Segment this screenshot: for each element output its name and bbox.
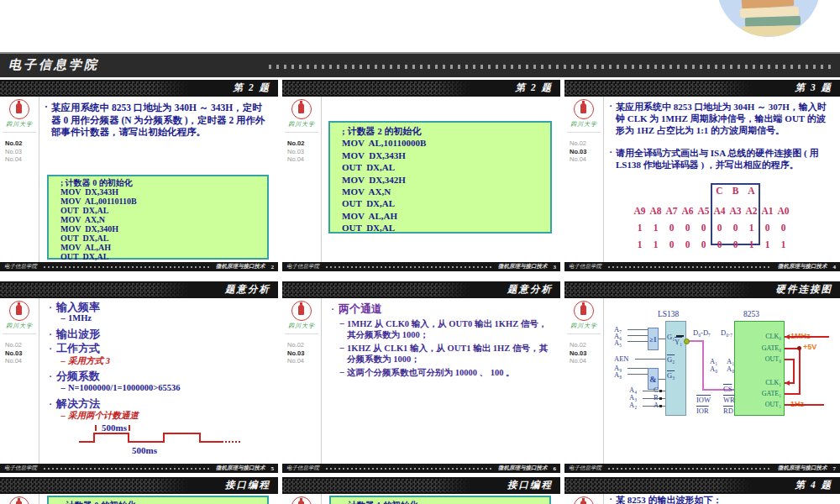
slide-footer: 电子信息学院 微机原理与接口技术 6 [282, 464, 560, 473]
bullet-icon: · [45, 302, 56, 312]
sidebar-item-no04: No.04 [282, 155, 321, 164]
slide-thumbnail-8[interactable]: 接口编程 四川大学 ; 计数器 1 的初始化 [282, 477, 560, 504]
page-number: 7 [833, 465, 837, 472]
university-name: 四川大学 [282, 120, 321, 129]
slide-thumbnail-2[interactable]: 第 2 题 四川大学 No.02 No.03 No.04 ; 计数器 2 的初始… [282, 80, 560, 271]
list-item: 解决方法 [56, 397, 100, 410]
addr-a0-label: A₀ [710, 365, 717, 373]
list-item: 输入频率 [56, 301, 100, 313]
tick-mark [95, 425, 97, 431]
dash-icon: – [337, 318, 347, 341]
pin-out1: OUT₁ [738, 401, 781, 408]
code-line: MOV AX,N [60, 215, 267, 224]
pin-gate0: GATE₀ [738, 344, 781, 352]
slide-title: 硬件连接图 [776, 283, 833, 296]
table-cell: 1 [632, 239, 648, 249]
page-number: 6 [554, 465, 557, 472]
book-icon [742, 25, 795, 36]
slide-header: 第 3 题 [564, 80, 840, 97]
footer-dots-decoration [608, 468, 771, 470]
university-name: 四川大学 [0, 322, 39, 330]
table-cell: 1 [743, 223, 759, 233]
signal-a8: A₈ [614, 370, 622, 379]
question-text: 请用全译码方式画出与 ISA 总线的硬件连接图 ( 用 LS138 作地址译码器… [616, 147, 834, 171]
slide-header: 接口编程 [0, 477, 278, 494]
footer-course: 微机原理与接口技术 [498, 263, 548, 270]
dash-icon: – [58, 313, 68, 323]
decoder-input-a: A [654, 401, 659, 409]
tick-mark [129, 425, 130, 431]
slide-title: 题意分析 [507, 283, 553, 296]
page-number: 4 [833, 264, 837, 270]
university-seal-icon [574, 99, 594, 119]
junction-dot [684, 339, 690, 344]
sidebar-item-no02: No.02 [564, 341, 603, 349]
slide-thumbnail-4[interactable]: 题意分析 四川大学 No.02 No.03 No.04 ·输入频率 –1MHz … [0, 281, 278, 473]
slide-footer: 电子信息学院 微机原理与接口技术 2 [0, 262, 278, 271]
university-name: 四川大学 [0, 120, 39, 129]
table-cell: 0 [680, 223, 696, 233]
university-seal-icon [291, 496, 312, 504]
slide-sidebar: 四川大学 No.02 No.03 No.04 [282, 298, 322, 464]
code-box: ; 计数器 0 的初始化 [47, 496, 269, 504]
code-line: MOV AL,AH [342, 210, 550, 222]
bullet-icon: · [606, 494, 616, 504]
sidebar-item-no03: No.03 [282, 349, 321, 358]
books-badge-icon [717, 0, 821, 37]
chip-data-pin: D₀.₇ [721, 328, 732, 337]
table-cell: A4 [711, 206, 727, 216]
code-line: OUT DX,AL [342, 161, 550, 173]
list-item: 1KHZ 从 CLK1 输入，从 OUT1 输出 1HZ 信号，其分频系数为 1… [347, 343, 552, 365]
sidebar-item-no02: No.02 [0, 341, 39, 349]
chip-cs-pin: CS [723, 385, 732, 393]
table-cell: 0 [711, 239, 727, 249]
code-line: ; 计数器 0 的初始化 [60, 500, 267, 504]
code-box: ; 计数器 0 的初始化 MOV DX,343H MOV AL,00110110… [47, 175, 269, 260]
slide-thumbnail-5[interactable]: 题意分析 四川大学 No.02 No.03 No.04 ·两个通道 – 1MHZ… [282, 281, 560, 473]
page-number: 2 [271, 264, 275, 270]
slide-thumbnail-6[interactable]: 硬件连接图 四川大学 No.02 No.03 No.04 LS138 8253 … [564, 281, 840, 473]
code-line: MOV DX,343H [60, 187, 267, 197]
footer-course: 微机原理与接口技术 [498, 465, 548, 472]
slide-thumbnail-9[interactable]: 第 4 题 四川大学 · 某 8253 的输出波形如下： [564, 477, 840, 504]
code-line: MOV AL,10110000B [342, 137, 550, 149]
pin-g2: G₂ [667, 355, 675, 364]
footer-school: 电子信息学院 [4, 465, 37, 472]
table-cell: 0 [680, 239, 696, 249]
slide-thumbnail-3[interactable]: 第 3 题 四川大学 No.02 No.03 No.04 · 某应用系统中 82… [564, 80, 840, 271]
chip-wr-pin: WR [723, 396, 735, 404]
address-decode-table: CBA A9A8A7A6A5A4A3A2A1A0 1100000100 1100… [632, 183, 791, 247]
list-item: 这两个分频系数也可分别为 10000 、 100 。 [347, 367, 552, 378]
list-item: 采用两个计数通道 [68, 411, 139, 420]
slide-header: 接口编程 [282, 477, 560, 494]
university-seal-icon [291, 301, 312, 321]
slide-footer: 电子信息学院 微机原理与接口技术 3 [282, 262, 560, 271]
table-cell: A3 [727, 206, 743, 216]
table-cell: 0 [727, 223, 743, 233]
slide-thumbnail-1[interactable]: 第 2 题 四川大学 No.02 No.03 No.04 · 某应用系统中 82… [0, 80, 278, 271]
slide-footer: 电子信息学院 微机原理与接口技术 5 [0, 464, 278, 473]
slide-thumbnail-7[interactable]: 接口编程 四川大学 ; 计数器 0 的初始化 [0, 477, 278, 504]
code-line: ; 计数器 1 的初始化 [343, 500, 549, 504]
university-seal-icon [9, 496, 29, 504]
chip-a0-pin: A₀ [727, 365, 734, 373]
code-line: OUT DX,AL [60, 252, 267, 261]
table-cell: 1 [775, 239, 791, 249]
wave-label-bottom: 500ms [132, 445, 157, 455]
code-box: ; 计数器 1 的初始化 [329, 496, 551, 504]
code-line: OUT DX,AL [342, 197, 550, 209]
bullet-icon: · [45, 329, 56, 339]
dash-icon: – [337, 367, 347, 378]
table-cell: 1 [648, 239, 664, 249]
university-name: 四川大学 [564, 120, 603, 129]
slide-title: 第 3 题 [795, 81, 833, 94]
table-cell: 1 [743, 239, 759, 249]
table-cell: A [743, 186, 759, 196]
chip-rd-pin: RD [723, 407, 733, 415]
university-seal-icon [9, 99, 29, 119]
slide-header: 题意分析 [0, 281, 278, 298]
list-item: 分频系数 [56, 370, 100, 382]
slide-header: 第 4 题 [564, 477, 840, 494]
code-line: OUT DX,AL [342, 222, 550, 234]
table-cell: C [711, 186, 727, 196]
